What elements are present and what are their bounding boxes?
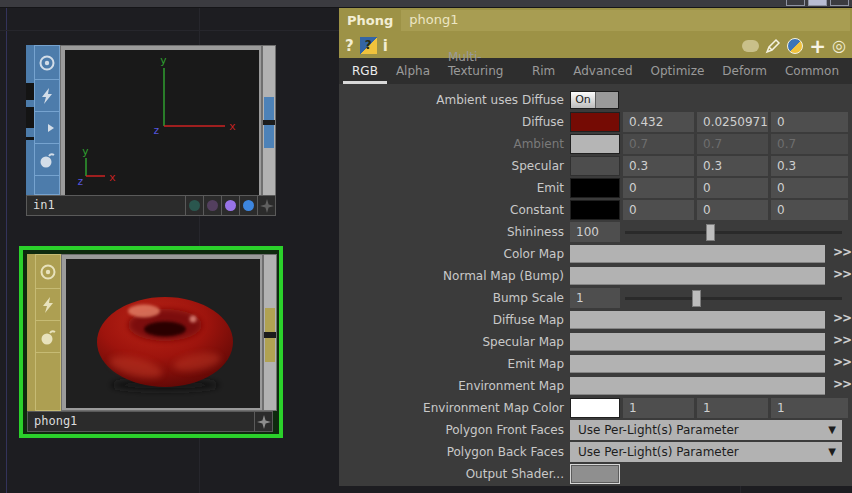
tab-alpha[interactable]: Alpha: [387, 59, 439, 84]
chevron-down-icon: ▼: [828, 423, 836, 440]
ambient-color-swatch[interactable]: [570, 134, 620, 154]
python-icon[interactable]: [787, 38, 803, 54]
help-icon[interactable]: ?: [345, 37, 354, 55]
python-help-icon[interactable]: ?: [360, 37, 377, 54]
value-field[interactable]: 1: [697, 398, 768, 418]
environment-map-field[interactable]: [570, 377, 825, 395]
emit-map-field[interactable]: [570, 355, 825, 373]
map-expand-button[interactable]: >>: [833, 333, 851, 347]
flag-strip[interactable]: [26, 45, 34, 195]
param-label: Output Shader...: [339, 464, 570, 484]
display-flag-icon[interactable]: [35, 254, 61, 288]
value-field[interactable]: 0: [623, 178, 694, 198]
scrollbar-segment[interactable]: [264, 97, 274, 120]
polygon-front-faces-dropdown[interactable]: Use Per-Light(s) Parameter ▼: [570, 420, 842, 440]
environment-map-color-swatch[interactable]: [570, 398, 620, 418]
export-flag-icon[interactable]: [34, 111, 60, 143]
viewer-scrollbar[interactable]: [262, 45, 276, 200]
param-label: Shininess: [339, 222, 570, 242]
flag-strip[interactable]: [27, 254, 35, 411]
map-expand-button[interactable]: >>: [833, 267, 851, 281]
polygon-back-faces-dropdown[interactable]: Use Per-Light(s) Parameter ▼: [570, 442, 842, 462]
map-expand-button[interactable]: >>: [833, 377, 851, 391]
diffuse-color-swatch[interactable]: [570, 112, 620, 132]
diffuse-map-field[interactable]: [570, 311, 825, 329]
tab-rim[interactable]: Rim: [523, 59, 564, 84]
value-field[interactable]: 0: [623, 200, 694, 220]
value-field[interactable]: 1: [771, 398, 848, 418]
value-field[interactable]: 0: [771, 112, 848, 132]
value-field[interactable]: 0.7: [623, 134, 694, 154]
target-icon[interactable]: ◎: [832, 38, 846, 54]
operator-name-field[interactable]: phong1: [401, 10, 850, 31]
map-expand-button[interactable]: >>: [833, 355, 851, 369]
window-button[interactable]: [786, 0, 805, 6]
value-field[interactable]: 0: [771, 178, 848, 198]
display-flag-icon[interactable]: [34, 45, 60, 79]
value-field[interactable]: 0.3: [771, 156, 848, 176]
normal-map-field[interactable]: [570, 267, 825, 285]
scrollbar-segment[interactable]: [265, 338, 275, 362]
map-expand-button[interactable]: >>: [833, 311, 851, 325]
value-field[interactable]: 1: [570, 288, 620, 308]
tab-rgb[interactable]: RGB: [343, 59, 387, 84]
ambient-uses-diffuse-toggle[interactable]: On: [570, 91, 619, 109]
value-field[interactable]: 0: [697, 200, 768, 220]
node-name-field[interactable]: phong1: [27, 411, 255, 432]
window-button[interactable]: [808, 0, 827, 6]
window-button[interactable]: [830, 0, 849, 6]
palette-dot-cell[interactable]: [222, 195, 240, 216]
emit-color-swatch[interactable]: [570, 178, 620, 198]
scrollbar-segment[interactable]: [265, 308, 275, 332]
value-field[interactable]: 0.7: [697, 134, 768, 154]
viewer-canvas-phong1[interactable]: [66, 259, 260, 408]
bypass-flag-icon[interactable]: [34, 143, 60, 175]
param-label: Polygon Back Faces: [339, 442, 570, 462]
param-row-emit-map: Emit Map >>: [339, 354, 852, 374]
add-palette-button[interactable]: [258, 195, 276, 216]
value-field[interactable]: 0.3: [697, 156, 768, 176]
value-field[interactable]: 0.7: [771, 134, 848, 154]
slider-handle[interactable]: [692, 290, 701, 307]
scrollbar-segment[interactable]: [264, 125, 274, 148]
node-viewer-phong1[interactable]: phong1: [27, 254, 277, 432]
info-icon[interactable]: i: [383, 37, 388, 55]
tab-optimize[interactable]: Optimize: [642, 59, 714, 84]
slider-handle[interactable]: [706, 224, 715, 241]
cook-flag-icon[interactable]: [34, 79, 60, 111]
palette-dot-cell[interactable]: [240, 195, 258, 216]
add-palette-button[interactable]: [255, 411, 273, 432]
tab-multi-texturing[interactable]: Multi-Texturing: [439, 45, 523, 84]
value-field[interactable]: 0.0250971: [697, 112, 768, 132]
color-map-field[interactable]: [570, 245, 825, 263]
toggle-off-segment[interactable]: [595, 92, 618, 108]
specular-color-swatch[interactable]: [570, 156, 620, 176]
palette-dot-cell[interactable]: [186, 195, 204, 216]
constant-color-swatch[interactable]: [570, 200, 620, 220]
bypass-flag-icon[interactable]: [35, 320, 61, 352]
value-field[interactable]: 0.432: [623, 112, 694, 132]
comment-icon[interactable]: [742, 40, 759, 52]
value-field[interactable]: 1: [623, 398, 694, 418]
palette-dot-cell[interactable]: [204, 195, 222, 216]
specular-map-field[interactable]: [570, 333, 825, 351]
cook-flag-icon[interactable]: [35, 288, 61, 320]
edit-icon[interactable]: [765, 38, 781, 54]
value-field[interactable]: 100: [570, 222, 620, 242]
tab-advanced[interactable]: Advanced: [564, 59, 641, 84]
node-name-field[interactable]: in1: [26, 195, 186, 216]
slider-track[interactable]: [625, 297, 842, 300]
value-field[interactable]: 0: [771, 200, 848, 220]
node-viewer-in1[interactable]: y x z y x z in1: [26, 45, 276, 216]
tab-common[interactable]: Common: [776, 59, 848, 84]
value-field[interactable]: 0.3: [623, 156, 694, 176]
add-icon[interactable]: +: [809, 38, 826, 54]
viewer-scrollbar[interactable]: [263, 254, 277, 411]
viewer-canvas-in1[interactable]: y x z y x z: [65, 50, 259, 197]
slider-track[interactable]: [625, 231, 842, 234]
torus-render: [66, 259, 260, 408]
map-expand-button[interactable]: >>: [833, 245, 851, 259]
output-shader-button[interactable]: [570, 464, 620, 484]
value-field[interactable]: 0: [697, 178, 768, 198]
tab-deform[interactable]: Deform: [713, 59, 776, 84]
